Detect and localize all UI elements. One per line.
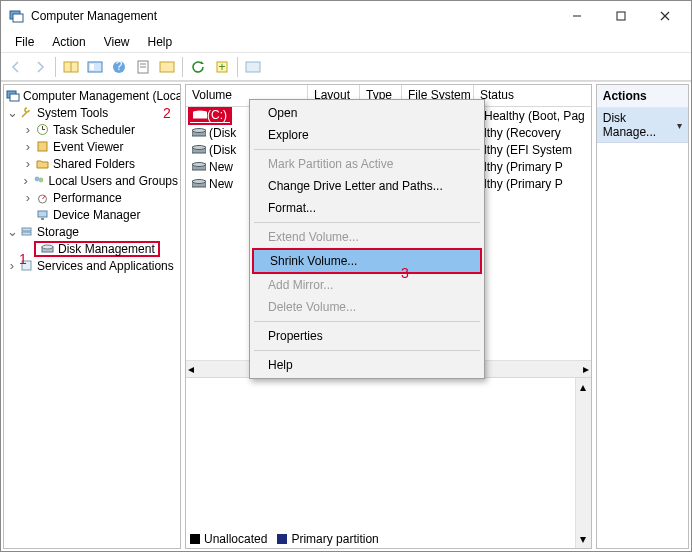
svg-rect-31 (22, 228, 31, 231)
users-icon (31, 173, 45, 189)
scroll-right-icon[interactable]: ▸ (583, 362, 589, 376)
svg-point-45 (193, 179, 206, 183)
tree-services-apps[interactable]: › Services and Applications (6, 257, 180, 274)
volume-label: (Disk (209, 143, 236, 157)
maximize-button[interactable] (599, 2, 643, 30)
ctx-format[interactable]: Format... (252, 197, 482, 219)
computer-management-window: Computer Management File Action View Hel… (0, 0, 692, 552)
toolbar-separator (237, 57, 238, 77)
help-icon[interactable]: ? (108, 56, 130, 78)
tree-root[interactable]: Computer Management (Local) (6, 87, 180, 104)
svg-text:+: + (218, 60, 225, 74)
scroll-up-icon[interactable]: ▴ (580, 380, 586, 394)
svg-rect-18 (246, 62, 260, 72)
minimize-button[interactable] (555, 2, 599, 30)
actions-item-label: Disk Manage... (603, 111, 677, 139)
svg-rect-32 (22, 232, 31, 235)
tree-event-viewer[interactable]: ›Event Viewer (6, 138, 180, 155)
svg-rect-15 (160, 62, 174, 72)
tree-system-tools[interactable]: ⌄ System Tools (6, 104, 180, 121)
svg-point-25 (34, 177, 39, 182)
ctx-separator (254, 321, 480, 322)
toolbar-icon-5[interactable] (156, 56, 178, 78)
expand-toggle[interactable]: ⌄ (6, 226, 18, 238)
tree-label: Storage (37, 225, 79, 239)
menu-help[interactable]: Help (140, 33, 181, 51)
svg-rect-9 (90, 64, 94, 70)
annotation-2: 2 (163, 105, 171, 121)
ctx-open[interactable]: Open (252, 102, 482, 124)
tree-label: Services and Applications (37, 259, 174, 273)
tree-disk-management[interactable]: › Disk Management (6, 240, 180, 257)
svg-point-26 (38, 178, 43, 183)
clock-icon (34, 122, 50, 138)
back-button (5, 56, 27, 78)
svg-text:?: ? (116, 60, 123, 73)
expand-toggle[interactable]: ⌄ (6, 107, 18, 119)
event-icon (34, 139, 50, 155)
scroll-down-icon[interactable]: ▾ (580, 532, 586, 546)
svg-rect-20 (10, 94, 19, 101)
toolbar-icon-1[interactable] (60, 56, 82, 78)
volume-label: New (209, 160, 233, 174)
ctx-help[interactable]: Help (252, 354, 482, 376)
ctx-properties[interactable]: Properties (252, 325, 482, 347)
tree-local-users[interactable]: ›Local Users and Groups (6, 172, 180, 189)
toolbar: ? + (1, 53, 691, 81)
ctx-explore[interactable]: Explore (252, 124, 482, 146)
menu-file[interactable]: File (7, 33, 42, 51)
toolbar-icon-2[interactable] (84, 56, 106, 78)
svg-rect-1 (13, 14, 23, 22)
svg-point-37 (194, 110, 207, 114)
actions-header: Actions (597, 85, 688, 108)
ctx-change-drive-letter[interactable]: Change Drive Letter and Paths... (252, 175, 482, 197)
ctx-separator (254, 149, 480, 150)
forward-button (29, 56, 51, 78)
svg-rect-3 (617, 12, 625, 20)
col-status[interactable]: Status (474, 85, 591, 106)
disk-icon (39, 241, 55, 257)
refresh-icon[interactable] (187, 56, 209, 78)
tree-label: Disk Management (58, 242, 155, 256)
navigation-tree[interactable]: Computer Management (Local) ⌄ System Too… (4, 85, 180, 276)
legend-unallocated: Unallocated (190, 532, 267, 546)
properties-icon[interactable] (132, 56, 154, 78)
disk-graphical-view[interactable]: ▴ ▾ Unallocated Primary partition (186, 377, 591, 548)
svg-point-34 (42, 245, 53, 249)
volume-label: (Disk (209, 126, 236, 140)
tree-label: Shared Folders (53, 157, 135, 171)
toolbar-icon-8[interactable] (242, 56, 264, 78)
ctx-mark-active: Mark Partition as Active (252, 153, 482, 175)
tree-storage[interactable]: ⌄ Storage (6, 223, 180, 240)
ctx-separator (254, 222, 480, 223)
toolbar-separator (182, 57, 183, 77)
ctx-shrink-volume[interactable]: Shrink Volume... (254, 250, 480, 272)
svg-rect-30 (41, 218, 44, 220)
actions-item-disk-management[interactable]: Disk Manage... ▾ (597, 108, 688, 143)
storage-icon (18, 224, 34, 240)
menu-view[interactable]: View (96, 33, 138, 51)
close-button[interactable] (643, 2, 687, 30)
scrollbar-vertical[interactable]: ▴ ▾ (575, 378, 591, 548)
legend-primary: Primary partition (277, 532, 378, 546)
tree-task-scheduler[interactable]: ›Task Scheduler (6, 121, 180, 138)
volume-label: New (209, 177, 233, 191)
toolbar-separator (55, 57, 56, 77)
tree-label: Device Manager (53, 208, 140, 222)
tree-performance[interactable]: ›Performance (6, 189, 180, 206)
annotation-3: 3 (401, 265, 409, 281)
tree-device-manager[interactable]: ›Device Manager (6, 206, 180, 223)
tree-shared-folders[interactable]: ›Shared Folders (6, 155, 180, 172)
folder-icon (34, 156, 50, 172)
tree-label: Performance (53, 191, 122, 205)
device-icon (34, 207, 50, 223)
toolbar-icon-7[interactable]: + (211, 56, 233, 78)
chevron-down-icon: ▾ (677, 120, 682, 131)
scroll-left-icon[interactable]: ◂ (188, 362, 194, 376)
actions-pane: Actions Disk Manage... ▾ (596, 84, 689, 549)
svg-point-41 (193, 145, 206, 149)
app-icon (9, 8, 25, 24)
annotation-1: 1 (19, 251, 27, 267)
tree-label: Task Scheduler (53, 123, 135, 137)
menu-action[interactable]: Action (44, 33, 93, 51)
